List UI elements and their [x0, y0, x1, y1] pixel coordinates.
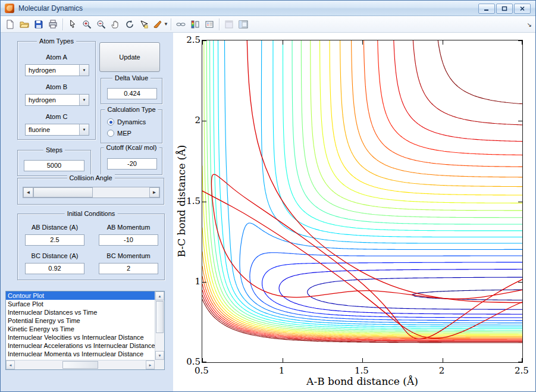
show-plot-tools-icon[interactable]	[236, 17, 250, 32]
listbox-vertical-scrollbar[interactable]: ▲ ▼	[155, 291, 164, 360]
insert-legend-icon[interactable]	[202, 17, 217, 32]
group-title: Collision Angle	[67, 174, 114, 181]
radio-dynamics[interactable]: Dynamics	[107, 118, 146, 126]
toolbar-separator	[219, 18, 220, 30]
app-window: Molecular Dynamics	[0, 0, 536, 392]
list-item[interactable]: Internuclear Accelerations vs Internucle…	[6, 341, 155, 350]
brush-dropdown-arrow-icon[interactable]: ▼	[164, 21, 168, 27]
radio-icon	[107, 118, 114, 126]
toolbar-separator	[171, 18, 171, 30]
scroll-left-icon[interactable]: ◄	[6, 360, 15, 369]
list-item[interactable]: Potential Energy vs Time	[6, 316, 155, 325]
vscroll-thumb[interactable]	[156, 301, 164, 333]
atom-a-label: Atom A	[18, 54, 95, 61]
atom-c-value: fluorine	[29, 126, 50, 133]
matlab-icon	[5, 4, 14, 13]
slider-thumb[interactable]	[33, 187, 93, 197]
toolbar-separator	[62, 18, 63, 30]
open-folder-icon[interactable]	[17, 17, 32, 32]
group-title: Delta Value	[112, 74, 151, 81]
bc-momentum-label: BC Momentum	[92, 252, 165, 259]
list-item[interactable]: Internuclear Momenta vs Internuclear Dis…	[6, 350, 155, 358]
atom-c-label: Atom C	[18, 113, 95, 120]
y-tick-label: 2.5	[178, 35, 200, 45]
atom-b-label: Atom B	[18, 83, 95, 90]
delta-value-field[interactable]: 0.424	[107, 88, 157, 99]
cutoff-group: Cutoff (Kcal/ mol) -20	[101, 148, 162, 175]
zoom-out-icon[interactable]	[94, 17, 108, 32]
atom-c-dropdown[interactable]: fluorine ▼	[25, 124, 89, 136]
atom-a-value: hydrogen	[29, 67, 56, 74]
steps-field[interactable]: 5000	[24, 160, 84, 171]
slider-left-arrow-icon[interactable]: ◄	[23, 187, 33, 197]
dropdown-arrow-icon[interactable]: ▼	[79, 65, 89, 76]
edit-plot-icon[interactable]	[65, 17, 80, 32]
toolbar: ▼ ↘	[1, 16, 535, 33]
scroll-down-icon[interactable]: ▼	[155, 351, 164, 360]
maximize-button[interactable]	[496, 4, 513, 14]
radio-dynamics-label: Dynamics	[117, 118, 146, 126]
minimize-button[interactable]	[478, 4, 495, 14]
list-item[interactable]: Internuclear Velocities vs Internuclear …	[6, 333, 155, 341]
plot-pane: A-B bond distance (Å) B-C bond distance …	[173, 33, 535, 392]
cutoff-field[interactable]: -20	[107, 158, 157, 170]
hscroll-thumb[interactable]	[62, 361, 98, 369]
delta-value-group: Delta Value 0.424	[101, 78, 162, 104]
radio-mep[interactable]: MEP	[107, 130, 131, 137]
zoom-in-icon[interactable]	[80, 17, 94, 32]
atom-b-dropdown[interactable]: hydrogen ▼	[25, 94, 89, 106]
y-tick-label: 1.5	[178, 196, 200, 206]
window-title: Molecular Dynamics	[18, 4, 83, 12]
bc-distance-field[interactable]: 0.92	[25, 263, 84, 274]
save-icon[interactable]	[32, 17, 46, 32]
bc-momentum-field[interactable]: 2	[99, 263, 158, 274]
list-item[interactable]: Kinetic Energy vs Time	[6, 325, 155, 333]
x-tick-label: 2.5	[507, 365, 536, 376]
group-title: Atom Types	[37, 37, 76, 45]
ab-distance-label: AB Distance (A)	[18, 224, 92, 231]
pan-hand-icon[interactable]	[108, 17, 123, 32]
close-button[interactable]	[514, 4, 531, 14]
slider-right-arrow-icon[interactable]: ►	[149, 187, 159, 197]
control-panel: Atom Types Atom A hydrogen ▼ Atom B hydr…	[1, 33, 173, 392]
x-tick-label: 1.5	[347, 365, 377, 376]
radio-mep-label: MEP	[117, 130, 131, 137]
listbox-horizontal-scrollbar[interactable]: ◄ ►	[6, 360, 155, 369]
plot-type-listbox[interactable]: Contour PlotSurface PlotInternuclear Dis…	[5, 291, 165, 370]
hide-plot-tools-icon[interactable]	[222, 17, 236, 32]
dropdown-arrow-icon[interactable]: ▼	[79, 124, 89, 135]
atom-types-group: Atom Types Atom A hydrogen ▼ Atom B hydr…	[17, 41, 96, 140]
scroll-up-icon[interactable]: ▲	[155, 291, 164, 300]
new-document-icon[interactable]	[3, 17, 17, 32]
list-item[interactable]: Internuclear Distances vs Time	[6, 308, 155, 316]
update-button[interactable]: Update	[99, 42, 160, 72]
dropdown-arrow-icon[interactable]: ▼	[79, 95, 89, 105]
list-item[interactable]: Surface Plot	[6, 300, 155, 308]
ab-momentum-field[interactable]: -10	[99, 234, 158, 246]
toolbar-overflow-icon[interactable]: ↘	[527, 21, 532, 28]
title-bar[interactable]: Molecular Dynamics	[1, 1, 535, 16]
link-plots-icon[interactable]	[174, 17, 188, 32]
plot-axes[interactable]	[202, 40, 523, 363]
x-tick-label: 2	[427, 365, 457, 376]
atom-a-dropdown[interactable]: hydrogen ▼	[25, 64, 89, 76]
ab-momentum-label: AB Momentum	[92, 224, 165, 231]
collision-angle-group: Collision Angle ◄ ►	[17, 178, 164, 205]
contour-plot-canvas[interactable]	[202, 40, 522, 362]
y-tick-label: 2	[178, 115, 200, 126]
rotate-3d-icon[interactable]	[123, 17, 137, 32]
data-cursor-icon[interactable]	[137, 17, 151, 32]
group-title: Calculation Type	[105, 106, 158, 113]
collision-angle-slider[interactable]: ◄ ►	[23, 187, 160, 198]
initial-conditions-group: Initial Conditions AB Distance (A) AB Mo…	[17, 214, 165, 280]
group-title: Cutoff (Kcal/ mol)	[104, 144, 159, 151]
ab-distance-field[interactable]: 2.5	[25, 234, 84, 246]
bc-distance-label: BC Distance (A)	[18, 252, 92, 259]
print-icon[interactable]	[46, 17, 60, 32]
group-title: Initial Conditions	[65, 210, 118, 217]
scroll-right-icon[interactable]: ►	[146, 360, 155, 369]
list-item[interactable]: Contour Plot	[6, 291, 155, 300]
insert-colorbar-icon[interactable]	[188, 17, 202, 32]
x-tick-label: 1	[267, 365, 297, 376]
group-title: Steps	[43, 146, 65, 153]
